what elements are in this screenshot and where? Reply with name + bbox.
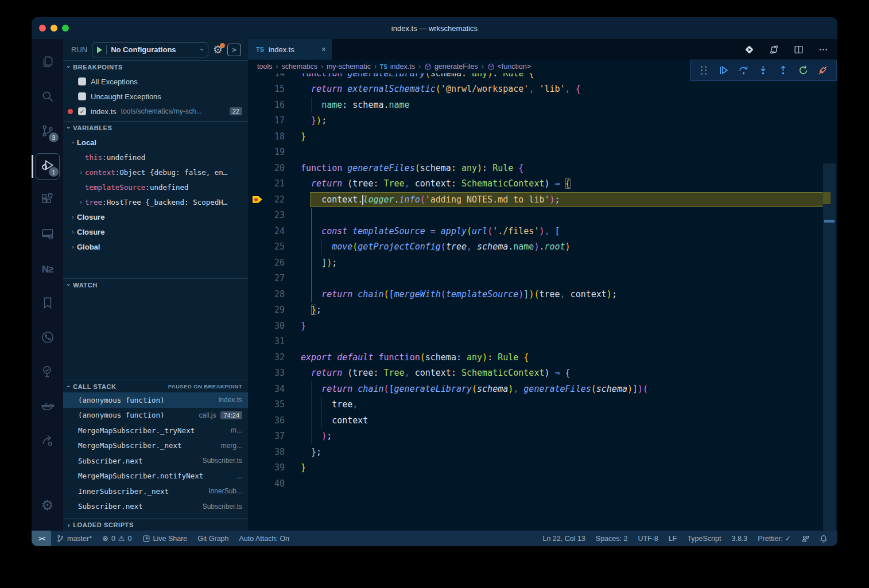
gutter[interactable]: 30 bbox=[248, 321, 301, 331]
breadcrumb-item-tools[interactable]: tools bbox=[257, 63, 272, 71]
gutter[interactable]: 21 bbox=[248, 178, 301, 189]
activity-item-explorer[interactable] bbox=[32, 46, 63, 80]
activity-item-test-explorer[interactable] bbox=[32, 356, 63, 390]
gutter[interactable]: 33 bbox=[248, 368, 301, 378]
code-line[interactable]: 19 bbox=[248, 145, 837, 161]
code-line[interactable]: 24 const templateSource = apply(url('./f… bbox=[248, 223, 837, 239]
gutter[interactable]: 27 bbox=[248, 273, 301, 283]
language-mode-item[interactable]: TypeScript bbox=[682, 535, 726, 543]
open-changes-button[interactable] bbox=[769, 45, 779, 54]
code-line[interactable]: 31 bbox=[248, 334, 837, 350]
code-line[interactable]: 40 bbox=[248, 476, 837, 492]
gutter[interactable]: 39 bbox=[248, 462, 301, 473]
step-over-button[interactable] bbox=[735, 63, 752, 79]
start-debug-icon[interactable] bbox=[97, 46, 102, 53]
scrollbar-slider[interactable] bbox=[823, 163, 836, 531]
indentation-item[interactable]: Spaces: 2 bbox=[591, 535, 633, 543]
encoding-item[interactable]: UTF-8 bbox=[633, 535, 663, 543]
call-stack-frame[interactable]: (anonymous function)index.ts bbox=[63, 392, 248, 408]
gutter[interactable]: 19 bbox=[248, 147, 301, 157]
code-line[interactable]: 27 bbox=[248, 271, 837, 287]
gutter[interactable]: 25 bbox=[248, 242, 301, 252]
auto-attach-item[interactable]: Auto Attach: On bbox=[234, 535, 295, 543]
gutter[interactable]: 37 bbox=[248, 431, 301, 441]
gutter[interactable]: 18 bbox=[248, 131, 301, 142]
scope-row[interactable]: ›Local bbox=[63, 135, 248, 150]
restart-button[interactable] bbox=[794, 63, 812, 79]
breakpoint-row[interactable]: Uncaught Exceptions bbox=[63, 89, 248, 104]
code-line[interactable]: 15 return externalSchematic('@nrwl/works… bbox=[248, 81, 837, 98]
activity-item-docker[interactable] bbox=[32, 390, 63, 425]
more-actions-button[interactable] bbox=[818, 45, 828, 54]
activity-item-nx-console[interactable]: N≥ bbox=[32, 252, 63, 287]
scope-row[interactable]: ›Closure bbox=[63, 224, 248, 239]
breadcrumb-item-generateFiles[interactable]: generateFiles bbox=[424, 63, 478, 71]
tab-index-ts[interactable]: TS index.ts × bbox=[248, 39, 332, 60]
code-line[interactable]: 16 name: schema.name bbox=[248, 97, 837, 113]
variables-section-header[interactable]: › VARIABLES bbox=[63, 121, 248, 134]
continue-button[interactable] bbox=[715, 63, 732, 79]
gutter[interactable]: 31 bbox=[248, 336, 301, 346]
code-line[interactable]: 22 context.logger.info('adding NOTES.md … bbox=[248, 192, 837, 208]
code-line[interactable]: 20function generateFiles(schema: any): R… bbox=[248, 160, 837, 176]
gutter[interactable]: 22 bbox=[248, 194, 301, 205]
call-stack-frame[interactable]: (anonymous function)call.js74:24 bbox=[63, 408, 248, 423]
variable-row[interactable]: templateSource: undefined bbox=[63, 180, 248, 194]
code-line[interactable]: 37 ); bbox=[248, 429, 837, 445]
variable-row[interactable]: ›context: Object {debug: false, en… bbox=[63, 165, 248, 180]
code-line[interactable]: 33 return (tree: Tree, context: Schemati… bbox=[248, 365, 837, 381]
activity-item-extensions[interactable] bbox=[32, 184, 63, 218]
breadcrumb-item-indexts[interactable]: TSindex.ts bbox=[380, 63, 415, 71]
code-line[interactable]: 39} bbox=[248, 460, 837, 476]
gutter[interactable]: 23 bbox=[248, 210, 301, 220]
variable-row[interactable]: this: undefined bbox=[63, 150, 248, 165]
code-line[interactable]: 32export default function(schema: any): … bbox=[248, 349, 837, 365]
gutter[interactable]: 15 bbox=[248, 84, 301, 94]
cursor-position-item[interactable]: Ln 22, Col 13 bbox=[537, 535, 590, 543]
call-stack-frame[interactable]: MergeMapSubscriber.notifyNext... bbox=[63, 469, 248, 484]
gutter[interactable]: 38 bbox=[248, 447, 301, 457]
code-line[interactable]: 28 return chain([mergeWith(templateSourc… bbox=[248, 286, 837, 302]
code-line[interactable]: 30} bbox=[248, 318, 837, 334]
gutter[interactable]: 24 bbox=[248, 226, 301, 236]
gutter[interactable]: 32 bbox=[248, 352, 301, 363]
call-stack-frame[interactable]: Subscriber.nextSubscriber.ts bbox=[63, 499, 248, 515]
activity-item-search[interactable] bbox=[32, 80, 63, 115]
close-window-button[interactable] bbox=[39, 25, 46, 32]
code-line[interactable]: 34 return chain([generateLibrary(schema)… bbox=[248, 381, 837, 397]
gutter[interactable]: 28 bbox=[248, 289, 301, 299]
debug-toolbar-drag-grip[interactable] bbox=[695, 63, 712, 79]
breadcrumb-item-schematics[interactable]: schematics bbox=[281, 63, 317, 71]
gutter[interactable]: 17 bbox=[248, 115, 301, 126]
call-stack-section-header[interactable]: › CALL STACK PAUSED ON BREAKPOINT bbox=[63, 380, 248, 392]
activity-item-run-and-debug[interactable]: 1 bbox=[32, 149, 63, 184]
call-stack-frame[interactable]: MergeMapSubscriber._nextmerg... bbox=[63, 438, 248, 454]
scope-row[interactable]: ›Closure bbox=[63, 209, 248, 224]
breakpoint-checkbox[interactable] bbox=[78, 92, 86, 100]
breakpoint-row[interactable]: All Exceptions bbox=[63, 74, 248, 89]
code-line[interactable]: 35 tree, bbox=[248, 397, 837, 413]
loaded-scripts-section-header[interactable]: › LOADED SCRIPTS bbox=[63, 518, 248, 531]
live-share-item[interactable]: Live Share bbox=[137, 535, 193, 543]
problems-item[interactable]: ⊗ 0 ⚠ 0 bbox=[97, 534, 137, 543]
scope-row[interactable]: ›Global bbox=[63, 239, 248, 254]
activity-item-settings[interactable]: ⚙ bbox=[32, 488, 63, 523]
remote-indicator[interactable]: >< bbox=[32, 531, 51, 546]
activity-item-bookmarks[interactable] bbox=[32, 287, 63, 321]
code-line[interactable]: 17 }); bbox=[248, 113, 837, 129]
typescript-version-item[interactable]: 3.8.3 bbox=[726, 535, 752, 543]
feedback-icon[interactable] bbox=[796, 535, 814, 543]
gutter[interactable]: 29 bbox=[248, 305, 301, 315]
minimize-window-button[interactable] bbox=[51, 25, 57, 32]
code-line[interactable]: 36 context bbox=[248, 412, 837, 429]
breadcrumb-item-myschematic[interactable]: my-schematic bbox=[327, 63, 371, 71]
disconnect-button[interactable] bbox=[814, 63, 832, 79]
call-stack-frame[interactable]: MergeMapSubscriber._tryNextm... bbox=[63, 423, 248, 438]
activity-item-source-control[interactable]: 3 bbox=[32, 115, 63, 149]
scrollbar[interactable] bbox=[823, 73, 836, 531]
step-into-button[interactable] bbox=[755, 63, 772, 79]
code-line[interactable]: 25 move(getProjectConfig(tree, schema.na… bbox=[248, 239, 837, 255]
code-line[interactable]: 26 ]); bbox=[248, 255, 837, 271]
activity-item-live-share[interactable] bbox=[32, 425, 63, 459]
gutter[interactable]: 14 bbox=[248, 73, 301, 79]
